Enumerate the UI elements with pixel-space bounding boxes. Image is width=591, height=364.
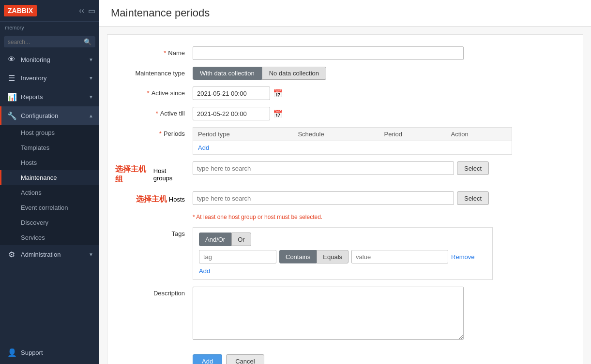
tag-contains-button[interactable]: Contains [279, 250, 317, 263]
tags-and-or-toggle-group: And/Or Or [199, 233, 251, 246]
periods-row: *Periods Period type Schedule Period Act… [115, 127, 575, 155]
name-row: *Name [115, 46, 575, 60]
name-input[interactable] [193, 46, 464, 60]
page-title: Maintenance periods [111, 7, 579, 19]
host-groups-row: 选择主机组 Host groups Select [115, 161, 575, 185]
active-till-input[interactable] [193, 107, 270, 120]
host-groups-search-wrap: Select [193, 161, 489, 175]
administration-icon: ⚙ [7, 250, 16, 259]
submit-button[interactable]: Add [193, 354, 222, 364]
periods-col-period: Period [379, 128, 446, 141]
validation-message: * At least one host group or host must b… [193, 214, 322, 220]
sidebar-item-label-inventory: Inventory [21, 74, 84, 82]
sidebar-item-inventory[interactable]: ☰ Inventory ▼ [0, 69, 99, 87]
active-since-label: *Active since [115, 87, 193, 97]
logo: ZABBIX [4, 5, 37, 16]
monitoring-icon: 👁 [7, 55, 16, 64]
sidebar-header: ZABBIX ‹‹ ▭ [0, 0, 99, 22]
active-since-row: *Active since 📅 [115, 87, 575, 100]
tags-row: Tags And/Or Or Contains Equals Remove [115, 227, 575, 280]
sidebar-item-configuration[interactable]: 🔧 Configuration ▲ [0, 106, 99, 125]
sidebar-item-label-support: Support [21, 349, 93, 356]
tag-remove-link[interactable]: Remove [451, 253, 474, 261]
support-icon: 👤 [7, 348, 16, 357]
sidebar-item-discovery[interactable]: Discovery [0, 215, 99, 230]
active-till-row: *Active till 📅 [115, 107, 575, 120]
description-textarea[interactable] [193, 287, 464, 340]
sidebar-search-input[interactable] [8, 39, 84, 45]
configuration-icon: 🔧 [7, 111, 16, 120]
sidebar-item-support[interactable]: 👤 Support [0, 343, 99, 362]
chevron-down-icon: ▼ [89, 75, 93, 81]
tag-name-input[interactable] [199, 250, 276, 263]
hosts-label: Hosts [169, 196, 185, 203]
active-since-wrap: 📅 [193, 87, 283, 100]
maintenance-type-row: Maintenance type With data collection No… [115, 67, 575, 80]
chevron-down-icon: ▼ [89, 252, 93, 257]
sidebar-item-label-monitoring: Monitoring [21, 56, 84, 63]
chevron-down-icon: ▼ [89, 94, 93, 100]
sidebar-item-monitoring[interactable]: 👁 Monitoring ▼ [0, 50, 99, 69]
tags-add-link[interactable]: Add [199, 267, 210, 275]
reports-icon: 📊 [7, 92, 16, 102]
hosts-search-wrap: Select [193, 191, 489, 205]
hosts-search-input[interactable] [193, 191, 454, 205]
sidebar-item-maintenance[interactable]: Maintenance [0, 170, 99, 185]
fullscreen-icon[interactable]: ▭ [88, 6, 95, 15]
memory-label: memory [0, 22, 99, 33]
tag-equals-button[interactable]: Equals [317, 250, 349, 263]
active-since-required: * [147, 89, 150, 97]
periods-col-type: Period type [193, 128, 293, 141]
sidebar-item-administration[interactable]: ⚙ Administration ▼ [0, 245, 99, 264]
tags-and-or-button[interactable]: And/Or [199, 233, 231, 246]
validation-row: * At least one host group or host must b… [115, 212, 575, 220]
periods-col-schedule: Schedule [293, 128, 379, 141]
tags-and-or-row: And/Or Or [199, 233, 486, 246]
tags-add-row: Add [199, 267, 486, 275]
validation-spacer [115, 212, 193, 215]
periods-add-link[interactable]: Add [198, 144, 209, 151]
configuration-submenu: Host groups Templates Hosts Maintenance … [0, 125, 99, 245]
sidebar-item-reports[interactable]: 📊 Reports ▼ [0, 87, 99, 106]
host-groups-search-input[interactable] [193, 161, 454, 175]
active-till-required: * [156, 110, 158, 117]
name-required: * [164, 49, 166, 57]
sidebar-search-wrap: 🔍 [4, 36, 95, 47]
sidebar-item-services[interactable]: Services [0, 230, 99, 245]
collapse-left-icon[interactable]: ‹‹ [79, 6, 84, 15]
sidebar-item-actions[interactable]: Actions [0, 185, 99, 200]
sidebar-item-label-administration: Administration [21, 251, 84, 258]
sidebar-item-host-groups[interactable]: Host groups [0, 125, 99, 140]
active-since-calendar-icon[interactable]: 📅 [273, 89, 283, 98]
host-groups-label-wrap: 选择主机组 Host groups [115, 161, 193, 185]
description-row: Description [115, 287, 575, 340]
maintenance-type-no-data-button[interactable]: No data collection [262, 67, 326, 80]
search-icon: 🔍 [84, 38, 91, 45]
sidebar-collapse-icons[interactable]: ‹‹ ▭ [79, 6, 95, 15]
maintenance-type-with-data-button[interactable]: With data collection [193, 67, 262, 80]
hosts-row: 选择主机 Hosts Select [115, 191, 575, 205]
periods-table: Period type Schedule Period Action Add [193, 127, 512, 155]
sidebar-item-label-reports: Reports [21, 93, 84, 101]
hosts-select-button[interactable]: Select [457, 191, 489, 205]
main-content: Maintenance periods *Name Maintenance ty… [99, 0, 591, 364]
logo-area: ZABBIX [4, 5, 37, 16]
description-label: Description [115, 287, 193, 297]
active-since-input[interactable] [193, 87, 270, 100]
active-till-label: *Active till [115, 107, 193, 117]
host-groups-select-button[interactable]: Select [457, 161, 489, 175]
tags-or-button[interactable]: Or [231, 233, 251, 246]
sidebar-item-label-configuration: Configuration [21, 112, 84, 119]
tag-entry-row: Contains Equals Remove [199, 250, 486, 263]
sidebar-item-event-correlation[interactable]: Event correlation [0, 200, 99, 215]
cancel-button[interactable]: Cancel [226, 354, 264, 364]
periods-table-wrap: Period type Schedule Period Action Add [193, 127, 512, 155]
hosts-annotation: 选择主机 [136, 194, 167, 204]
periods-required: * [159, 130, 162, 137]
sidebar-item-hosts[interactable]: Hosts [0, 155, 99, 170]
periods-label: *Periods [115, 127, 193, 137]
hosts-label-wrap: 选择主机 Hosts [115, 191, 193, 204]
tag-value-input[interactable] [351, 250, 448, 263]
sidebar-item-templates[interactable]: Templates [0, 140, 99, 155]
active-till-calendar-icon[interactable]: 📅 [273, 109, 283, 118]
